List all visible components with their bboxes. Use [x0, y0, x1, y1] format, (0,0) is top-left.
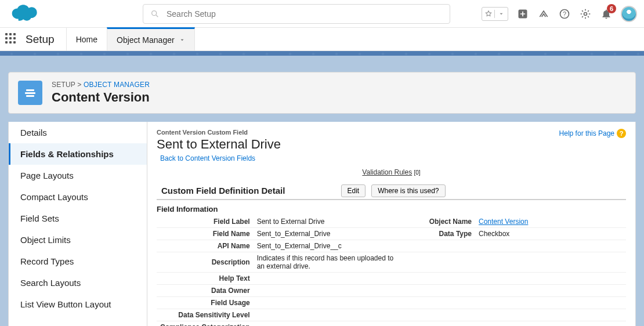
svg-rect-6: [25, 92, 35, 94]
sidebar: Details Fields & Relationships Page Layo…: [8, 122, 147, 326]
detail-value: [254, 321, 406, 327]
sidebar-item-compact-layouts[interactable]: Compact Layouts: [9, 186, 147, 208]
settings-icon[interactable]: [579, 8, 592, 20]
detail-label: Data Owner: [157, 285, 254, 297]
detail-value: Sent_to_External_Drive: [254, 228, 406, 240]
detail-label: [406, 252, 475, 273]
detail-label: Data Sensitivity Level: [157, 309, 254, 321]
detail-label: [406, 309, 475, 321]
breadcrumb-root: SETUP: [52, 81, 75, 89]
detail-value: Sent to External Drive: [254, 216, 406, 228]
global-actions-icon[interactable]: [516, 8, 529, 20]
detail-value: [475, 273, 626, 285]
detail-label: Description: [157, 252, 254, 273]
detail-row: Compliance Categorization: [157, 321, 626, 327]
detail-value: [254, 285, 406, 297]
chevron-down-icon: [495, 11, 508, 17]
back-link[interactable]: Back to Content Version Fields: [160, 154, 255, 162]
detail-value: [475, 309, 626, 321]
section-title: Custom Field Definition Detail: [161, 186, 285, 195]
detail-row: API NameSent_to_External_Drive__c: [157, 240, 626, 252]
validation-rules-link[interactable]: Validation Rules [0]: [157, 168, 626, 176]
detail-row: Field Usage: [157, 297, 626, 309]
detail-label: Field Usage: [157, 297, 254, 309]
record-title: Sent to External Drive: [157, 137, 281, 152]
favorites-button[interactable]: [482, 7, 508, 21]
detail-label: Data Type: [406, 228, 475, 240]
detail-value: [475, 240, 626, 252]
svg-line-1: [156, 15, 158, 17]
section-header: Custom Field Definition Detail Edit Wher…: [157, 186, 626, 200]
salesforce-logo: [9, 3, 38, 24]
detail-value: [475, 252, 626, 273]
page-title: Content Version: [52, 90, 150, 105]
global-header: ? 6: [0, 0, 644, 28]
chevron-down-icon: [179, 35, 185, 45]
sidebar-item-search-layouts[interactable]: Search Layouts: [9, 272, 147, 294]
guidance-icon[interactable]: [537, 8, 550, 20]
help-icon[interactable]: ?: [558, 8, 571, 20]
global-search[interactable]: [143, 4, 450, 24]
detail-value: [475, 321, 626, 327]
help-icon: ?: [617, 129, 626, 138]
detail-value: [254, 273, 406, 285]
star-icon: [482, 10, 495, 18]
search-icon: [150, 9, 160, 19]
detail-value: [475, 297, 626, 309]
svg-rect-8: [26, 95, 34, 97]
detail-value: Checkbox: [475, 228, 626, 240]
breadcrumb: SETUP > OBJECT MANAGER: [52, 81, 150, 89]
page-body: SETUP > OBJECT MANAGER Content Version D…: [0, 56, 644, 326]
detail-label: [406, 273, 475, 285]
breadcrumb-link-object-manager[interactable]: OBJECT MANAGER: [84, 81, 150, 89]
svg-point-5: [584, 12, 587, 15]
sidebar-item-record-types[interactable]: Record Types: [9, 251, 147, 272]
detail-row: Field NameSent_to_External_DriveData Typ…: [157, 228, 626, 240]
content-panel: Content Version Custom Field Sent to Ext…: [147, 122, 636, 326]
where-used-button[interactable]: Where is this used?: [371, 184, 445, 197]
sidebar-item-field-sets[interactable]: Field Sets: [9, 208, 147, 229]
help-link[interactable]: Help for this Page ?: [559, 129, 626, 138]
detail-label: [406, 321, 475, 327]
detail-label: Help Text: [157, 273, 254, 285]
detail-value: [254, 309, 406, 321]
detail-label: API Name: [157, 240, 254, 252]
search-input[interactable]: [167, 9, 443, 19]
header-actions: ? 6: [482, 6, 637, 22]
sidebar-item-details[interactable]: Details: [9, 122, 147, 143]
detail-label: [406, 240, 475, 252]
decorative-band: [0, 51, 644, 56]
svg-text:?: ?: [563, 10, 566, 17]
detail-label: Field Name: [157, 228, 254, 240]
detail-row: Field LabelSent to External DriveObject …: [157, 216, 626, 228]
detail-row: Help Text: [157, 273, 626, 285]
sidebar-item-object-limits[interactable]: Object Limits: [9, 229, 147, 251]
detail-value: [254, 297, 406, 309]
app-nav: Setup Home Object Manager: [0, 28, 644, 51]
detail-row: Data Sensitivity Level: [157, 309, 626, 321]
subsection-title: Field Information: [157, 205, 626, 213]
notifications-icon[interactable]: 6: [600, 8, 613, 20]
nav-tab-object-manager[interactable]: Object Manager: [107, 27, 195, 50]
page-header: SETUP > OBJECT MANAGER Content Version: [8, 72, 636, 114]
detail-label: [406, 297, 475, 309]
user-avatar[interactable]: [621, 6, 637, 22]
nav-tab-home[interactable]: Home: [66, 28, 107, 51]
app-launcher-icon[interactable]: [0, 33, 23, 46]
object-link[interactable]: Content Version: [479, 218, 528, 226]
app-name: Setup: [23, 33, 66, 46]
detail-value: Indicates if this record has been upload…: [254, 252, 406, 273]
svg-point-0: [152, 10, 157, 15]
detail-value: [475, 285, 626, 297]
field-detail-table: Field LabelSent to External DriveObject …: [157, 216, 626, 326]
sidebar-item-list-view-button-layout[interactable]: List View Button Layout: [9, 294, 147, 315]
nav-tab-label: Object Manager: [117, 35, 175, 45]
detail-value: Sent_to_External_Drive__c: [254, 240, 406, 252]
detail-label: Field Label: [157, 216, 254, 228]
sidebar-item-fields[interactable]: Fields & Relationships: [9, 143, 147, 165]
detail-label: Object Name: [406, 216, 475, 228]
detail-label: Compliance Categorization: [157, 321, 254, 327]
svg-rect-7: [26, 89, 34, 91]
edit-button[interactable]: Edit: [341, 184, 366, 197]
sidebar-item-page-layouts[interactable]: Page Layouts: [9, 165, 147, 186]
